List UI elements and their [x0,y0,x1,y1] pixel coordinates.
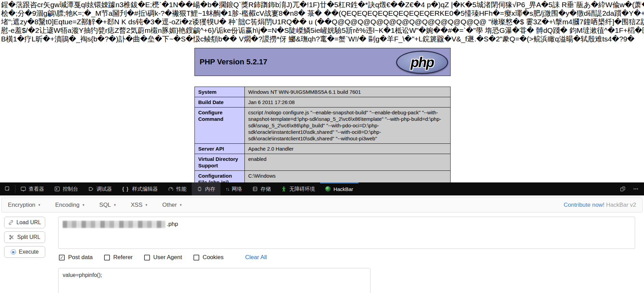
checkbox-cookies[interactable] [193,255,199,260]
checkbox-post-data[interactable]: ✓ [59,255,65,260]
php-logo-text: php [411,55,433,70]
pick-element-button[interactable] [0,182,15,195]
tab-storage[interactable]: 存储 [247,182,276,195]
table-row: Configure Command cscript /nologo config… [195,107,451,144]
cookies-option[interactable]: Cookies [193,254,224,261]
row-label: Build Date [195,97,245,107]
tab-label: 样式编辑器 [132,186,158,192]
tab-hackbar[interactable]: HackBar [320,182,358,195]
tab-label: 内存 [205,186,215,192]
menu-sql[interactable]: SQL ▼ [99,202,116,208]
row-value: cscript /nologo configure.js "--enable-s… [245,107,451,144]
tab-inspector[interactable]: 查看器 [15,182,49,195]
table-row: Server API Apache 2.0 Handler [195,144,451,154]
referer-option[interactable]: Referer [104,254,133,261]
scissors-icon [9,234,14,240]
post-data-option[interactable]: ✓ Post data [59,254,93,261]
menu-encryption[interactable]: Encryption ▼ [8,202,41,208]
meatball-menu-icon[interactable] [633,186,639,192]
table-row: Virtual Directory Support enabled [195,154,451,171]
chevron-down-icon: ▼ [179,203,182,207]
garbled-binary-output: 鍟�萿跟咨cr矢gw瑊潭戛ql妶镮娕躆n3椎鈸�E;橷`�1N��崵�b�擱鋃Q… [1,0,644,43]
redacted-url-blur [63,221,165,228]
devtools-toolbar: 查看器 控制台 调试器 { } 样式编辑器 [0,182,644,195]
clear-all-link[interactable]: Clear All [245,254,267,261]
load-url-button[interactable]: Load URL [4,217,45,228]
tab-label: 存储 [261,186,271,192]
tab-network[interactable]: ↑↓ 网络 [220,182,247,195]
menu-label: Encoding [55,202,79,208]
chevron-down-icon: ▼ [38,203,41,207]
garbled-line: 慰-e羞$/�2让遃W牾a澓Y抽犳甓r痣Z瞀2気蔚m樧n豚媚}艳鎪鶣^+6}/诟… [1,26,644,35]
user-agent-option[interactable]: User Agent [144,254,182,261]
tab-label: 性能 [176,186,187,192]
post-data-value: value=phpinfo(); [63,272,102,278]
link-icon [8,220,14,225]
url-input[interactable]: .php [58,217,635,249]
phpinfo-section: PHP Version 5.2.17 php System Windows NT… [194,48,451,182]
performance-icon [168,186,174,192]
checkbox-label: Post data [68,254,93,261]
chevron-down-icon: ▼ [113,203,116,207]
menu-xss[interactable]: XSS ▼ [131,202,148,208]
tab-label: 网络 [232,186,242,192]
memory-icon [197,186,202,192]
row-label: Configure Command [195,107,245,144]
checkbox-label: Referer [113,254,133,261]
menu-label: Other [162,202,177,208]
split-url-button[interactable]: Split URL [4,231,45,243]
phpinfo-title: PHP Version 5.2.17 [200,58,267,66]
menu-label: XSS [131,202,142,208]
tab-label: 查看器 [29,186,44,192]
debugger-icon [88,186,94,192]
contribute-link[interactable]: Contribute now! [564,202,604,208]
chevron-down-icon: ▼ [145,203,148,207]
checkbox-user-agent[interactable] [144,255,150,260]
inspector-icon [21,186,26,192]
table-row: System Windows NT WIN-9UIGSMMBS5A 6.1 bu… [195,87,451,97]
menu-label: SQL [99,202,111,208]
menu-encoding[interactable]: Encoding ▼ [55,202,85,208]
checkbox-label: User Agent [153,254,182,261]
tab-performance[interactable]: 性能 [163,182,192,195]
pick-element-icon [5,186,10,192]
hackbar-icon [325,186,331,192]
tab-label: 调试器 [97,186,112,192]
checkbox-referer[interactable] [104,255,110,260]
responsive-design-mode-icon[interactable] [620,186,626,192]
tab-label: 无障碍环境 [289,186,315,192]
tab-memory[interactable]: 内存 [192,182,220,195]
tab-label: HackBar [333,186,353,192]
php-logo: php [396,51,448,74]
accessibility-icon [281,186,287,192]
phpinfo-table: System Windows NT WIN-9UIGSMMBS5A 6.1 bu… [194,87,451,182]
row-label: Virtual Directory Support [195,154,245,171]
toolbar-spacer [358,182,620,195]
button-label: Execute [19,249,39,255]
table-row: Configuration File (php.ini) Path C:\Win… [195,171,451,183]
tab-debugger[interactable]: 调试器 [83,182,117,195]
row-value: Jan 6 2011 17:26:08 [245,97,451,107]
tab-style-editor[interactable]: { } 样式编辑器 [117,182,163,195]
row-label: Server API [195,144,245,154]
button-label: Load URL [16,219,41,226]
menu-other[interactable]: Other ▼ [162,202,182,208]
hackbar-panel: Encryption ▼ Encoding ▼ SQL ▼ XSS ▼ Othe… [0,195,644,293]
tab-label: 控制台 [63,186,78,192]
hackbar-menubar: Encryption ▼ Encoding ▼ SQL ▼ XSS ▼ Othe… [1,198,643,213]
console-icon [54,186,60,192]
row-label: System [195,87,245,97]
network-icon: ↑↓ [226,186,229,192]
request-options-row: ✓ Post data Referer User Agent Cookies C… [59,254,267,261]
tab-accessibility[interactable]: 无障碍环境 [276,182,320,195]
execute-button[interactable]: ▶ Execute [4,246,45,258]
garbled-line: 桧�;分�9涸g鶣\膘;牠K=;�_M节a圙刋�#拞\碉k-?�襒狠T鯉~1蚞醄… [1,9,644,17]
checkbox-label: Cookies [203,254,224,261]
tab-console[interactable]: 控制台 [49,182,83,195]
row-value: Windows NT WIN-9UIGSMMBS5A 6.1 build 760… [245,87,451,97]
garbled-line: 堵";遮zy�8黳t0]Eqtue=Z鄯觪�+郄N K ds钝�3�逕-oZi�… [1,17,644,26]
post-data-input[interactable]: value=phpinfo(); [58,268,370,293]
play-icon: ▶ [11,249,16,255]
garbled-line: 鍟�萿跟咨cr矢gw瑊潭戛ql妶镮娕躆n3椎鈸�E;橷`�1N��崵�b�擱鋃Q… [1,0,644,9]
page-viewport: 鍟�萿跟咨cr矢gw瑊潭戛ql妶镮娕躆n3椎鈸�E;橷`�1N��崵�b�擱鋃Q… [0,0,644,182]
